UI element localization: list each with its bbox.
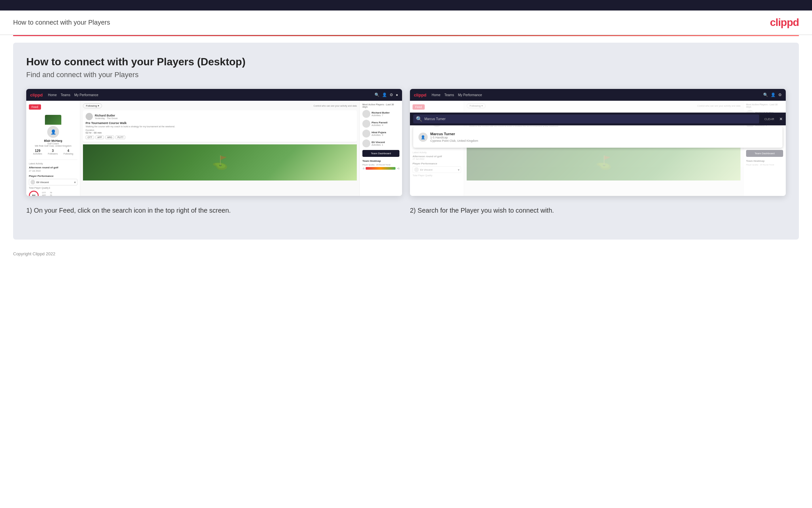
profile-avatar-1: 👤 [47,126,59,138]
app-logo-2: clippd [414,92,426,97]
activity-title-1: Pre Tournament Course Walk [86,121,354,125]
app-nav-links-2: Home Teams My Performance [432,93,482,97]
caption-1: 1) On your Feed, click on the search ico… [26,206,402,215]
search-result-avatar-2: 👤 [419,133,428,142]
latest-activity-label-1: Latest Activity [29,162,78,165]
search-result-name-2: Marcus Turner [430,132,478,136]
activity-desc-1: Walking the course with my coach to buil… [86,125,354,128]
search-icon-2[interactable]: 🔍 [763,92,768,97]
player-selector-1[interactable]: Eli Vincent ▾ [29,179,78,185]
bar-app-1: APP 70 [42,194,52,196]
activity-duration-1: 02 hr : 00 min [86,131,354,134]
search-result-item-2: 👤 Marcus Turner 1-5 Handicap Cypress Poi… [417,130,778,144]
player-selector-name-1: Eli Vincent [36,181,49,184]
screenshots-row: clippd Home Teams My Performance 🔍 👤 ⚙ ● [26,89,786,196]
header-divider [13,35,799,36]
user-icon-1[interactable]: 👤 [382,92,387,97]
nav-teams-1[interactable]: Teams [61,93,70,97]
app-navbar-2: clippd Home Teams My Performance 🔍 👤 ⚙ [410,89,786,101]
tag-app-1: APP [95,135,104,139]
activity-person-subtitle-1: Yesterday · The Grove [95,117,118,120]
screenshot-1-inner: clippd Home Teams My Performance 🔍 👤 ⚙ ● [26,89,402,196]
search-result-club-2: Cypress Point Club, United Kingdom [430,139,478,142]
screenshot-2-inner: clippd Home Teams My Performance 🔍 👤 ⚙ [410,89,786,196]
settings-icon-1[interactable]: ⚙ [390,92,393,97]
player-performance-section-1: Player Performance Eli Vincent ▾ Total P… [29,175,78,196]
active-player-2: Piers Parnell Activities: 4 [363,120,399,128]
screenshot-1: clippd Home Teams My Performance 🔍 👤 ⚙ ● [26,89,402,196]
activity-date-1: 27 Jul 2022 [29,170,78,172]
active-player-1: Richard Butler Activities: 7 [363,110,399,118]
quality-title-1: Total Player Quality ℹ [29,187,78,189]
app-middle-panel-1: Following ▾ Control who can see your act… [80,101,360,196]
heatmap-labels-1: -5 +5 [363,167,399,170]
captions-row: 1) On your Feed, click on the search ico… [26,206,786,215]
user-icon-2[interactable]: 👤 [771,92,776,97]
caption-2: 2) Search for the Player you wish to con… [410,206,786,215]
following-row-1: Following ▾ Control who can see your act… [83,103,357,108]
activity-card-1: Richard Butler Yesterday · The Grove Pre… [83,110,357,142]
selector-chevron-1: ▾ [74,180,76,184]
active-players-title-1: Most Active Players - Last 30 days [363,103,399,108]
copyright-text: Copyright Clippd 2022 [13,251,55,256]
avatar-icon-1[interactable]: ● [396,92,398,97]
screenshot-2: clippd Home Teams My Performance 🔍 👤 ⚙ [410,89,786,196]
app-right-panel-1: Most Active Players - Last 30 days Richa… [360,101,402,196]
app-content-1: Feed 👤 Blair McHarg Golf Coach Mill Ride… [26,101,402,196]
stat-activities-1: 129 Activities [33,149,42,155]
tag-ott-1: OTT [86,135,94,139]
close-search-btn-2[interactable]: × [779,116,782,122]
active-player-4: Eli Vincent Activities: 1 [363,139,399,147]
app-nav-icons-1: 🔍 👤 ⚙ ● [375,92,398,97]
logo: clippd [770,16,799,29]
profile-location-1: Mill Ride Golf Club, United Kingdom [30,145,76,147]
stat-followers-1: 3 Followers [48,149,58,155]
search-query-text-2: Marcus Turner [424,117,445,121]
caption-text-2: 2) Search for the Player you wish to con… [410,206,786,215]
team-dashboard-btn-1[interactable]: Team Dashboard [363,150,399,157]
golfer-image-1: ⛳ [83,144,357,180]
search-result-card-2[interactable]: 👤 Marcus Turner 1-5 Handicap Cypress Poi… [413,127,782,148]
nav-home-1[interactable]: Home [48,93,57,97]
settings-icon-2[interactable]: ⚙ [778,92,782,97]
page-title: How to connect with your Players [13,19,110,26]
top-bar [0,0,812,10]
caption-text-1: 1) On your Feed, click on the search ico… [26,206,402,215]
app-left-panel-1: Feed 👤 Blair McHarg Golf Coach Mill Ride… [26,101,80,196]
score-circle-1: 84 [29,190,39,196]
activity-avatar-1 [86,113,93,120]
search-result-handicap-2: 1-5 Handicap [430,136,478,139]
screenshot-2-body: Feed 👤 Blair McHarg Golf Coach Mill Ride… [410,101,786,196]
profile-role-1: Golf Coach [30,142,76,145]
search-icon-in-box-2: 🔍 [416,116,422,122]
activity-duration-label-1: Duration [86,129,354,131]
header: How to connect with your Players clippd [0,10,812,35]
app-navbar-1: clippd Home Teams My Performance 🔍 👤 ⚙ ● [26,89,402,101]
search-icon-1[interactable]: 🔍 [375,92,379,97]
app-middle-scroll-1: Following ▾ Control who can see your act… [83,103,357,193]
profile-stats-1: 129 Activities 3 Followers 4 Following [30,149,76,155]
app-logo-1: clippd [30,92,43,97]
tag-pills-1: OTT APP ARG PUTT [86,135,354,139]
stat-following-1: 4 Following [64,149,74,155]
control-link-1[interactable]: Control who can see your activity and da… [314,105,357,107]
search-input-box-2[interactable]: 🔍 Marcus Turner [413,115,759,123]
main-content: How to connect with your Players (Deskto… [13,43,799,240]
nav-myperformance-1[interactable]: My Performance [74,93,98,97]
nav-teams-2[interactable]: Teams [444,93,454,97]
feed-tab-1[interactable]: Feed [29,104,41,110]
team-heatmap-title-1: Team Heatmap [363,160,399,162]
nav-myperformance-2[interactable]: My Performance [458,93,482,97]
nav-home-2[interactable]: Home [432,93,440,97]
section-title: How to connect with your Players (Deskto… [26,56,786,68]
search-bar-row-2: 🔍 Marcus Turner CLEAR × [410,113,786,125]
player-avatar-eli-1 [363,139,370,147]
quality-bars-1: OTT 79 APP 70 [42,192,52,196]
app-nav-icons-2: 🔍 👤 ⚙ [763,92,782,97]
footer: Copyright Clippd 2022 [0,246,812,261]
profile-header-1: 👤 Blair McHarg Golf Coach Mill Ride Golf… [29,112,78,160]
player-avatar-hiral-1 [363,130,370,137]
clear-btn-2[interactable]: CLEAR [764,118,774,121]
player-avatar-piers-1 [363,120,370,128]
following-btn-1[interactable]: Following ▾ [83,103,102,108]
